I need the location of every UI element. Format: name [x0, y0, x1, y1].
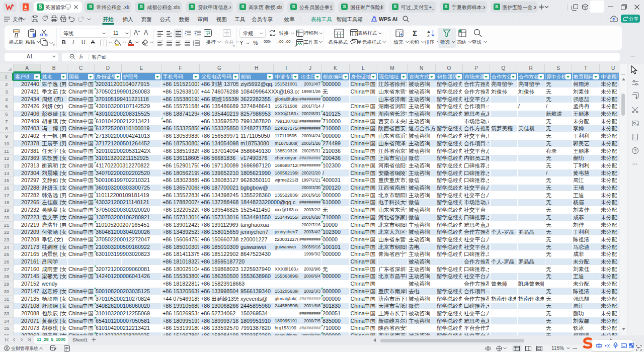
- svg-text:Z: Z: [427, 34, 430, 37]
